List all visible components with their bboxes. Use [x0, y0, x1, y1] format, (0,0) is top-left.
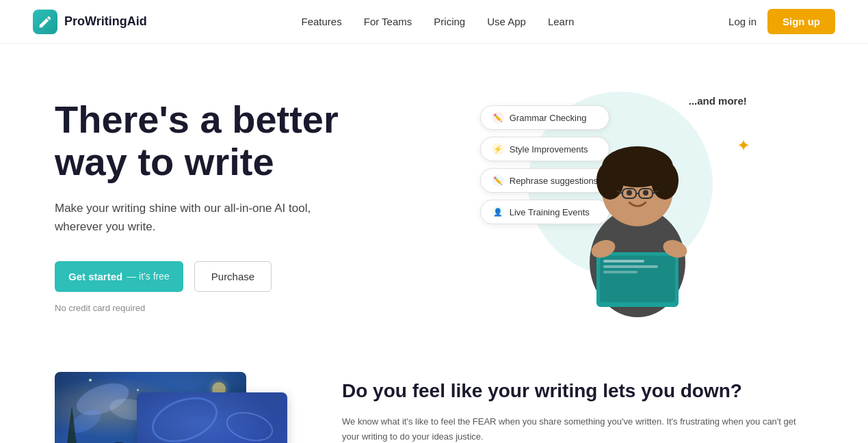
svg-rect-13: [600, 256, 675, 302]
nav-link-for-teams[interactable]: For Teams: [364, 16, 412, 27]
get-started-button[interactable]: Get started — it's free: [55, 261, 183, 292]
hero-title-line1: There's a better: [55, 98, 339, 141]
nav-actions: Log in Sign up: [728, 9, 835, 34]
logo-icon: [33, 10, 57, 34]
hero-subtitle: Make your writing shine with our all-in-…: [55, 199, 328, 236]
svg-point-3: [596, 161, 624, 200]
section-two-body: We know what it's like to feel the FEAR …: [342, 414, 813, 443]
hero-right: ...and more! ✦ ✏️ Grammar Checking ⚡ Sty…: [434, 85, 814, 331]
hero-left: There's a better way to write Make your …: [55, 85, 434, 313]
nav-link-features[interactable]: Features: [302, 16, 342, 27]
starry-night-container: My idea in my head: [55, 372, 287, 443]
svg-rect-14: [603, 260, 644, 263]
nav-links: Features For Teams Pricing Use App Learn: [302, 16, 575, 27]
get-started-label: Get started: [68, 271, 122, 282]
nav-link-use-app[interactable]: Use App: [487, 16, 526, 27]
navbar: ProWritingAid Features For Teams Pricing…: [0, 0, 868, 44]
notebook-swirl: [146, 392, 224, 443]
svg-point-11: [643, 190, 648, 196]
section-two-left: My idea in my head: [55, 372, 301, 443]
hero-title-line2: way to write: [55, 140, 274, 183]
no-credit-card-note: No credit card required: [55, 303, 434, 313]
notebook-card: My idea in my head: [137, 392, 287, 443]
hero-section: There's a better way to write Make your …: [0, 44, 868, 358]
get-started-sublabel: — it's free: [127, 271, 170, 282]
star-1: [89, 379, 92, 381]
svg-rect-16: [603, 271, 637, 273]
logo-text: ProWritingAid: [64, 14, 147, 29]
purchase-button[interactable]: Purchase: [194, 261, 272, 292]
person-svg: [480, 85, 767, 317]
login-button[interactable]: Log in: [728, 16, 757, 27]
nav-link-pricing[interactable]: Pricing: [434, 16, 465, 27]
signup-button[interactable]: Sign up: [767, 9, 835, 34]
logo-svg: [38, 14, 53, 29]
svg-point-10: [627, 190, 632, 196]
section-two-right: Do you feel like your writing lets you d…: [342, 372, 813, 443]
nav-link-learn[interactable]: Learn: [548, 16, 574, 27]
section-two-title: Do you feel like your writing lets you d…: [342, 379, 813, 403]
svg-rect-15: [603, 265, 658, 268]
hero-title: There's a better way to write: [55, 98, 434, 183]
notebook-swirl-2: [223, 407, 276, 443]
hero-illustration: ...and more! ✦ ✏️ Grammar Checking ⚡ Sty…: [480, 85, 767, 331]
logo[interactable]: ProWritingAid: [33, 10, 147, 34]
section-two: My idea in my head Do you feel like your…: [0, 358, 868, 443]
star-2: [137, 389, 139, 391]
hero-buttons: Get started — it's free Purchase: [55, 261, 434, 292]
svg-point-4: [651, 161, 679, 200]
